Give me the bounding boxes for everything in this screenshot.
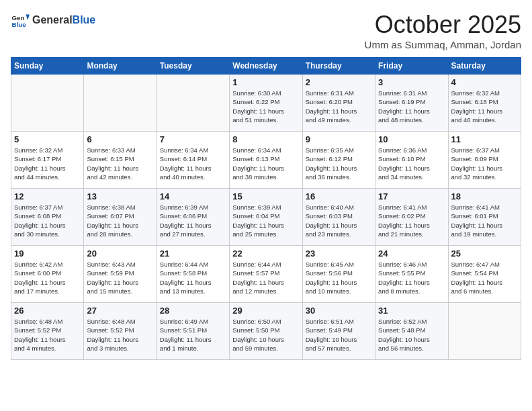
day-info: Sunrise: 6:41 AM Sunset: 6:02 PM Dayligh… [378, 203, 445, 238]
day-number: 6 [87, 134, 153, 144]
day-number: 8 [232, 134, 299, 144]
day-info: Sunrise: 6:33 AM Sunset: 6:15 PM Dayligh… [87, 146, 153, 181]
calendar-week-5: 26Sunrise: 6:48 AM Sunset: 5:52 PM Dayli… [11, 303, 521, 360]
calendar-cell [448, 303, 521, 360]
col-header-wednesday: Wednesday [230, 58, 302, 75]
calendar-cell: 20Sunrise: 6:43 AM Sunset: 5:59 PM Dayli… [84, 246, 157, 303]
day-number: 7 [160, 134, 226, 144]
calendar-cell [157, 75, 229, 132]
calendar-cell: 8Sunrise: 6:34 AM Sunset: 6:13 PM Daylig… [230, 132, 302, 189]
calendar-cell: 28Sunrise: 6:49 AM Sunset: 5:51 PM Dayli… [157, 303, 229, 360]
day-number: 17 [378, 191, 445, 201]
col-header-friday: Friday [375, 58, 448, 75]
calendar-cell: 27Sunrise: 6:48 AM Sunset: 5:52 PM Dayli… [84, 303, 157, 360]
day-info: Sunrise: 6:49 AM Sunset: 5:51 PM Dayligh… [160, 317, 226, 353]
calendar-cell: 21Sunrise: 6:44 AM Sunset: 5:58 PM Dayli… [157, 246, 229, 303]
col-header-saturday: Saturday [448, 58, 521, 75]
day-number: 10 [378, 134, 445, 144]
calendar-cell: 29Sunrise: 6:50 AM Sunset: 5:50 PM Dayli… [230, 303, 302, 360]
calendar-cell: 14Sunrise: 6:39 AM Sunset: 6:06 PM Dayli… [157, 189, 229, 246]
day-number: 16 [306, 191, 372, 201]
day-info: Sunrise: 6:31 AM Sunset: 6:19 PM Dayligh… [378, 89, 445, 124]
col-header-monday: Monday [84, 58, 157, 75]
calendar-cell: 12Sunrise: 6:37 AM Sunset: 6:08 PM Dayli… [11, 189, 84, 246]
calendar-cell: 26Sunrise: 6:48 AM Sunset: 5:52 PM Dayli… [11, 303, 84, 360]
logo-icon: Gen Blue [11, 11, 30, 30]
day-info: Sunrise: 6:37 AM Sunset: 6:08 PM Dayligh… [14, 203, 81, 238]
day-info: Sunrise: 6:48 AM Sunset: 5:52 PM Dayligh… [14, 317, 81, 353]
day-number: 29 [232, 306, 299, 316]
day-number: 27 [87, 306, 153, 316]
calendar-cell: 3Sunrise: 6:31 AM Sunset: 6:19 PM Daylig… [375, 75, 448, 132]
day-number: 26 [14, 306, 81, 316]
calendar-cell: 9Sunrise: 6:35 AM Sunset: 6:12 PM Daylig… [302, 132, 375, 189]
day-number: 21 [160, 248, 226, 259]
col-header-sunday: Sunday [11, 58, 84, 75]
calendar-cell: 1Sunrise: 6:30 AM Sunset: 6:22 PM Daylig… [230, 75, 302, 132]
day-info: Sunrise: 6:46 AM Sunset: 5:55 PM Dayligh… [378, 260, 445, 295]
calendar-cell: 10Sunrise: 6:36 AM Sunset: 6:10 PM Dayli… [375, 132, 448, 189]
month-title: October 2025 [365, 11, 521, 39]
day-info: Sunrise: 6:47 AM Sunset: 5:54 PM Dayligh… [451, 260, 518, 295]
day-info: Sunrise: 6:39 AM Sunset: 6:04 PM Dayligh… [232, 203, 299, 238]
calendar-table: SundayMondayTuesdayWednesdayThursdayFrid… [11, 57, 521, 360]
day-info: Sunrise: 6:39 AM Sunset: 6:06 PM Dayligh… [160, 203, 226, 238]
day-number: 20 [87, 248, 153, 259]
day-number: 24 [378, 248, 445, 259]
day-info: Sunrise: 6:31 AM Sunset: 6:20 PM Dayligh… [306, 89, 372, 124]
day-info: Sunrise: 6:52 AM Sunset: 5:48 PM Dayligh… [378, 317, 445, 353]
day-info: Sunrise: 6:36 AM Sunset: 6:10 PM Dayligh… [378, 146, 445, 181]
calendar-cell: 31Sunrise: 6:52 AM Sunset: 5:48 PM Dayli… [375, 303, 448, 360]
day-info: Sunrise: 6:44 AM Sunset: 5:57 PM Dayligh… [232, 260, 299, 295]
day-info: Sunrise: 6:35 AM Sunset: 6:12 PM Dayligh… [306, 146, 372, 181]
day-number: 15 [232, 191, 299, 201]
day-info: Sunrise: 6:51 AM Sunset: 5:49 PM Dayligh… [306, 317, 372, 353]
calendar-cell: 4Sunrise: 6:32 AM Sunset: 6:18 PM Daylig… [448, 75, 521, 132]
calendar-cell: 25Sunrise: 6:47 AM Sunset: 5:54 PM Dayli… [448, 246, 521, 303]
logo-blue: Blue [73, 14, 96, 26]
day-info: Sunrise: 6:34 AM Sunset: 6:13 PM Dayligh… [232, 146, 299, 181]
day-info: Sunrise: 6:30 AM Sunset: 6:22 PM Dayligh… [232, 89, 299, 124]
calendar-cell: 22Sunrise: 6:44 AM Sunset: 5:57 PM Dayli… [230, 246, 302, 303]
calendar-cell: 16Sunrise: 6:40 AM Sunset: 6:03 PM Dayli… [302, 189, 375, 246]
col-header-thursday: Thursday [302, 58, 375, 75]
calendar-week-2: 5Sunrise: 6:32 AM Sunset: 6:17 PM Daylig… [11, 132, 521, 189]
day-info: Sunrise: 6:45 AM Sunset: 5:56 PM Dayligh… [306, 260, 372, 295]
calendar-cell: 13Sunrise: 6:38 AM Sunset: 6:07 PM Dayli… [84, 189, 157, 246]
day-number: 25 [451, 248, 518, 259]
calendar-cell: 2Sunrise: 6:31 AM Sunset: 6:20 PM Daylig… [302, 75, 375, 132]
page-header: Gen Blue GeneralBlue October 2025 Umm as… [11, 11, 521, 50]
calendar-cell: 17Sunrise: 6:41 AM Sunset: 6:02 PM Dayli… [375, 189, 448, 246]
calendar-cell [84, 75, 157, 132]
svg-text:Blue: Blue [11, 21, 26, 28]
calendar-cell: 24Sunrise: 6:46 AM Sunset: 5:55 PM Dayli… [375, 246, 448, 303]
title-block: October 2025 Umm as Summaq, Amman, Jorda… [365, 11, 521, 50]
svg-marker-2 [26, 15, 30, 20]
day-info: Sunrise: 6:50 AM Sunset: 5:50 PM Dayligh… [232, 317, 299, 353]
calendar-cell: 18Sunrise: 6:41 AM Sunset: 6:01 PM Dayli… [448, 189, 521, 246]
calendar-week-1: 1Sunrise: 6:30 AM Sunset: 6:22 PM Daylig… [11, 75, 521, 132]
day-number: 4 [451, 77, 518, 87]
day-number: 2 [306, 77, 372, 87]
col-header-tuesday: Tuesday [157, 58, 229, 75]
day-number: 23 [306, 248, 372, 259]
day-info: Sunrise: 6:40 AM Sunset: 6:03 PM Dayligh… [306, 203, 372, 238]
calendar-cell: 23Sunrise: 6:45 AM Sunset: 5:56 PM Dayli… [302, 246, 375, 303]
day-info: Sunrise: 6:44 AM Sunset: 5:58 PM Dayligh… [160, 260, 226, 295]
day-number: 1 [232, 77, 299, 87]
calendar-cell: 5Sunrise: 6:32 AM Sunset: 6:17 PM Daylig… [11, 132, 84, 189]
calendar-cell: 7Sunrise: 6:34 AM Sunset: 6:14 PM Daylig… [157, 132, 229, 189]
day-number: 22 [232, 248, 299, 259]
calendar-cell: 6Sunrise: 6:33 AM Sunset: 6:15 PM Daylig… [84, 132, 157, 189]
day-number: 14 [160, 191, 226, 201]
day-info: Sunrise: 6:42 AM Sunset: 6:00 PM Dayligh… [14, 260, 81, 295]
calendar-cell [11, 75, 84, 132]
day-info: Sunrise: 6:41 AM Sunset: 6:01 PM Dayligh… [451, 203, 518, 238]
day-info: Sunrise: 6:43 AM Sunset: 5:59 PM Dayligh… [87, 260, 153, 295]
day-number: 30 [306, 306, 372, 316]
calendar-header-row: SundayMondayTuesdayWednesdayThursdayFrid… [11, 58, 521, 75]
day-number: 31 [378, 306, 445, 316]
day-number: 19 [14, 248, 81, 259]
day-info: Sunrise: 6:38 AM Sunset: 6:07 PM Dayligh… [87, 203, 153, 238]
day-info: Sunrise: 6:34 AM Sunset: 6:14 PM Dayligh… [160, 146, 226, 181]
